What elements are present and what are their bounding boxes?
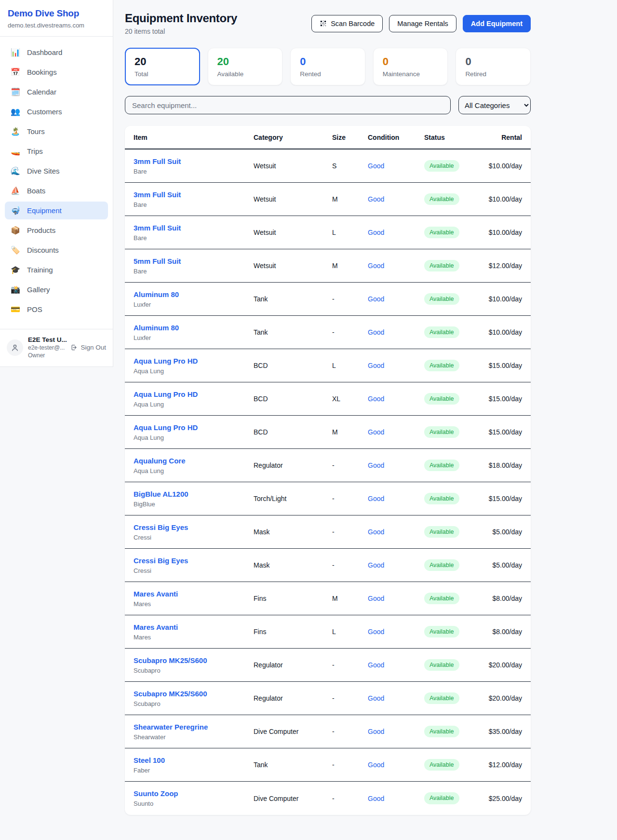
stat-card-maintenance[interactable]: 0 Maintenance xyxy=(373,48,448,85)
item-name-link[interactable]: Aqua Lung Pro HD xyxy=(134,423,198,432)
condition-link[interactable]: Good xyxy=(368,395,384,403)
sidebar-item-boats[interactable]: ⛵ Boats xyxy=(5,182,108,200)
stat-label: Maintenance xyxy=(383,70,439,78)
sidebar-item-discounts[interactable]: 🏷️ Discounts xyxy=(5,241,108,259)
sidebar-item-dive-sites[interactable]: 🌊 Dive Sites xyxy=(5,162,108,180)
condition-link[interactable]: Good xyxy=(368,195,384,203)
page-header: Equipment Inventory 20 items total xyxy=(125,12,531,35)
condition-link[interactable]: Good xyxy=(368,162,384,170)
condition-link[interactable]: Good xyxy=(368,495,384,502)
sign-out-button[interactable]: Sign Out xyxy=(70,344,106,351)
item-brand: Shearwater xyxy=(134,733,254,741)
sidebar-item-pos[interactable]: 💳 POS xyxy=(5,300,108,318)
add-equipment-button[interactable]: Add Equipment xyxy=(463,15,531,32)
item-brand: Suunto xyxy=(134,800,254,807)
item-name-link[interactable]: 3mm Full Suit xyxy=(134,190,181,199)
sidebar-item-label: Trips xyxy=(27,147,43,155)
item-name-link[interactable]: Aqua Lung Pro HD xyxy=(134,390,198,398)
item-name-link[interactable]: Aqua Lung Pro HD xyxy=(134,357,198,365)
category-cell: Wetsuit xyxy=(254,229,332,236)
user-name: E2E Test U... xyxy=(28,336,66,343)
item-brand: Mares xyxy=(134,634,254,641)
sidebar-nav: 📊 Dashboard 📅 Bookings 🗓️ Calendar 👥 Cus… xyxy=(0,37,113,325)
condition-link[interactable]: Good xyxy=(368,728,384,735)
status-cell: Available xyxy=(424,759,487,771)
sidebar-item-customers[interactable]: 👥 Customers xyxy=(5,103,108,121)
condition-link[interactable]: Good xyxy=(368,428,384,436)
sidebar-item-products[interactable]: 📦 Products xyxy=(5,221,108,239)
item-name-link[interactable]: Aluminum 80 xyxy=(134,290,179,298)
table-row: Mares Avanti Mares Fins L Good Available… xyxy=(125,615,531,649)
status-badge: Available xyxy=(424,692,459,705)
user-email: e2e-tester@... xyxy=(28,344,66,351)
item-name-link[interactable]: BigBlue AL1200 xyxy=(134,490,188,498)
item-name-link[interactable]: Scubapro MK25/S600 xyxy=(134,690,207,698)
table-row: Aqua Lung Pro HD Aqua Lung BCD M Good Av… xyxy=(125,416,531,449)
item-name-link[interactable]: Aluminum 80 xyxy=(134,324,179,332)
manage-rentals-button[interactable]: Manage Rentals xyxy=(389,15,456,32)
sidebar-item-training[interactable]: 🎓 Training xyxy=(5,261,108,279)
condition-link[interactable]: Good xyxy=(368,694,384,702)
sidebar-item-dashboard[interactable]: 📊 Dashboard xyxy=(5,43,108,61)
item-name-link[interactable]: Steel 100 xyxy=(134,756,165,764)
status-cell: Available xyxy=(424,160,487,172)
item-brand: Cressi xyxy=(134,567,254,574)
page-title-block: Equipment Inventory 20 items total xyxy=(125,12,237,35)
rental-cell: $10.00/day xyxy=(487,229,522,236)
condition-link[interactable]: Good xyxy=(368,295,384,303)
condition-link[interactable]: Good xyxy=(368,628,384,636)
condition-link[interactable]: Good xyxy=(368,561,384,569)
condition-link[interactable]: Good xyxy=(368,362,384,369)
item-name-link[interactable]: Suunto Zoop xyxy=(134,789,178,798)
rental-cell: $15.00/day xyxy=(487,428,522,436)
category-cell: Regulator xyxy=(254,461,332,469)
condition-link[interactable]: Good xyxy=(368,328,384,336)
sidebar-item-gallery[interactable]: 📸 Gallery xyxy=(5,281,108,298)
sidebar-item-trips[interactable]: 🚤 Trips xyxy=(5,142,108,160)
search-input[interactable] xyxy=(125,96,451,114)
stat-card-rented[interactable]: 0 Rented xyxy=(290,48,365,85)
condition-link[interactable]: Good xyxy=(368,761,384,769)
item-brand: Aqua Lung xyxy=(134,434,254,441)
rental-cell: $8.00/day xyxy=(487,628,522,636)
stat-card-total[interactable]: 20 Total xyxy=(125,48,200,85)
item-name-link[interactable]: 5mm Full Suit xyxy=(134,257,181,265)
item-name-link[interactable]: Mares Avanti xyxy=(134,623,178,631)
condition-link[interactable]: Good xyxy=(368,461,384,469)
item-name-link[interactable]: Shearwater Peregrine xyxy=(134,723,208,731)
column-header-condition: Condition xyxy=(368,134,424,141)
sidebar-item-equipment[interactable]: 🤿 Equipment xyxy=(5,202,108,219)
item-name-link[interactable]: Mares Avanti xyxy=(134,590,178,598)
category-select[interactable]: All Categories xyxy=(458,96,531,114)
stat-card-retired[interactable]: 0 Retired xyxy=(456,48,531,85)
scan-barcode-button[interactable]: Scan Barcode xyxy=(311,15,383,32)
rental-cell: $12.00/day xyxy=(487,262,522,270)
condition-link[interactable]: Good xyxy=(368,262,384,270)
sidebar-item-label: Customers xyxy=(27,108,62,116)
table-header-row: Item Category Size Condition Status Rent… xyxy=(125,126,531,149)
category-cell: Dive Computer xyxy=(254,795,332,802)
item-name-link[interactable]: 3mm Full Suit xyxy=(134,224,181,232)
category-cell: Tank xyxy=(254,761,332,769)
condition-link[interactable]: Good xyxy=(368,229,384,236)
stat-label: Rented xyxy=(300,70,356,78)
sidebar-item-bookings[interactable]: 📅 Bookings xyxy=(5,63,108,81)
sidebar-item-calendar[interactable]: 🗓️ Calendar xyxy=(5,83,108,101)
item-name-link[interactable]: Cressi Big Eyes xyxy=(134,523,188,531)
item-name-link[interactable]: Cressi Big Eyes xyxy=(134,556,188,565)
sidebar-item-tours[interactable]: 🏝️ Tours xyxy=(5,122,108,140)
table-row: 3mm Full Suit Bare Wetsuit M Good Availa… xyxy=(125,183,531,216)
item-brand: Bare xyxy=(134,268,254,275)
stat-card-available[interactable]: 20 Available xyxy=(208,48,283,85)
item-name-link[interactable]: 3mm Full Suit xyxy=(134,157,181,165)
condition-link[interactable]: Good xyxy=(368,595,384,602)
condition-link[interactable]: Good xyxy=(368,528,384,536)
stat-label: Retired xyxy=(465,70,521,78)
item-name-link[interactable]: Scubapro MK25/S600 xyxy=(134,656,207,664)
condition-link[interactable]: Good xyxy=(368,661,384,669)
condition-link[interactable]: Good xyxy=(368,795,384,802)
item-name-link[interactable]: Aqualung Core xyxy=(134,457,186,465)
stat-value: 0 xyxy=(383,55,439,68)
rental-cell: $15.00/day xyxy=(487,395,522,403)
item-brand: Aqua Lung xyxy=(134,467,254,474)
